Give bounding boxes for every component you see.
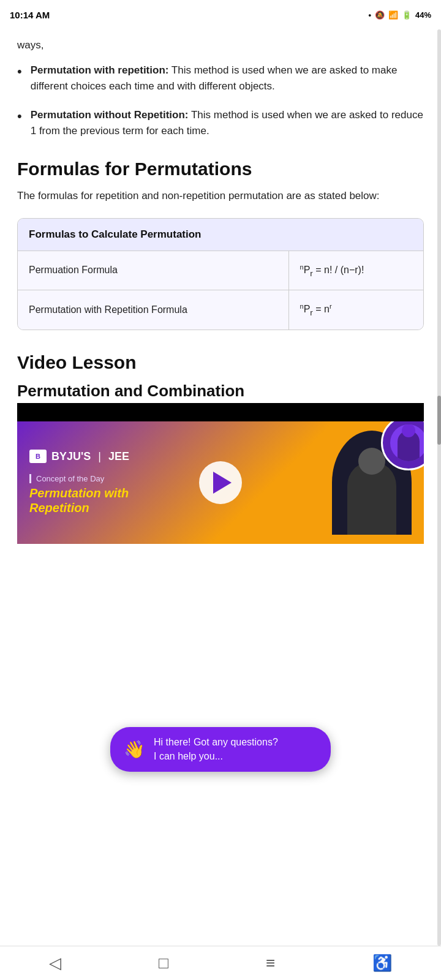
table-header-row: Formulas to Calculate Permutation [18, 219, 423, 251]
video-subheading: Permutation and Combination [17, 382, 424, 403]
bullet-bold-2: Permutation without Repetition: [31, 109, 189, 121]
video-black-bar [17, 403, 424, 421]
home-button[interactable]: □ [159, 954, 168, 973]
formula-name-1: Permuation Formula [18, 251, 288, 290]
play-triangle-icon [213, 472, 232, 494]
table-row: Permutation with Repetition Formula nPr … [18, 290, 423, 330]
formula-name-2: Permutation with Repetition Formula [18, 290, 288, 330]
bullet-content-2: Permutation without Repetition: This met… [31, 107, 424, 140]
formula-value-2: nPr = nr [288, 290, 423, 330]
scrollbar-track[interactable] [437, 29, 441, 946]
byjus-text: BYJU'S [51, 450, 91, 463]
bullet-list: Permutation with repetition: This method… [17, 62, 424, 139]
table-header: Formulas to Calculate Permutation [18, 219, 423, 251]
dot-icon: • [368, 10, 371, 20]
chat-bubble[interactable]: 👋 Hi there! Got any questions?I can help… [110, 727, 331, 772]
list-item: Permutation without Repetition: This met… [17, 107, 424, 140]
formula-table: Formulas to Calculate Permutation Permua… [18, 219, 423, 330]
byjus-brand: B BYJU'S | JEE [29, 450, 129, 463]
mute-icon: 🔕 [375, 10, 385, 20]
play-button[interactable] [199, 461, 242, 504]
table-row: Permuation Formula nPr = n! / (n−r)! [18, 251, 423, 290]
bullet-content-1: Permutation with repetition: This method… [31, 62, 424, 95]
formulas-heading: Formulas for Permutations [17, 159, 424, 179]
signal-icon: 📶 [388, 10, 398, 20]
video-lesson-heading: Video Lesson [17, 352, 424, 373]
accessibility-button[interactable]: ♿ [372, 954, 392, 973]
instructors-area [332, 431, 412, 535]
chat-emoji: 👋 [124, 739, 145, 760]
chat-bubble-text: Hi there! Got any questions?I can help y… [154, 736, 278, 763]
status-time: 10:14 AM [10, 10, 50, 20]
video-card[interactable]: B BYJU'S | JEE Concept of the Day Permut… [17, 421, 424, 544]
menu-button[interactable]: ≡ [266, 954, 275, 973]
video-card-left: B BYJU'S | JEE Concept of the Day Permut… [29, 450, 129, 515]
status-bar: 10:14 AM • 🔕 📶 🔋 44% [0, 0, 441, 29]
battery-icon: 🔋 [402, 10, 412, 20]
concept-label: Concept of the Day [29, 474, 129, 483]
battery-level: 44% [415, 10, 431, 20]
list-item: Permutation with repetition: This method… [17, 62, 424, 95]
nav-bar: ◁ □ ≡ ♿ [0, 946, 441, 980]
formula-table-wrapper: Formulas to Calculate Permutation Permua… [17, 218, 424, 330]
content-area: ways, Permutation with repetition: This … [0, 29, 441, 980]
brand-divider: | [98, 450, 101, 463]
concept-title: Permutation withRepetition [29, 486, 129, 515]
byjus-logo: B [29, 450, 47, 463]
course-label: JEE [108, 450, 129, 463]
back-button[interactable]: ◁ [49, 954, 61, 973]
bullet-bold-1: Permutation with repetition: [31, 64, 169, 76]
scrollbar-thumb[interactable] [437, 396, 441, 445]
status-icons: • 🔕 📶 🔋 44% [368, 10, 431, 20]
formulas-intro: The formulas for repetition and non-repe… [17, 188, 424, 204]
intro-text: ways, [17, 39, 424, 51]
formula-value-1: nPr = n! / (n−r)! [288, 251, 423, 290]
